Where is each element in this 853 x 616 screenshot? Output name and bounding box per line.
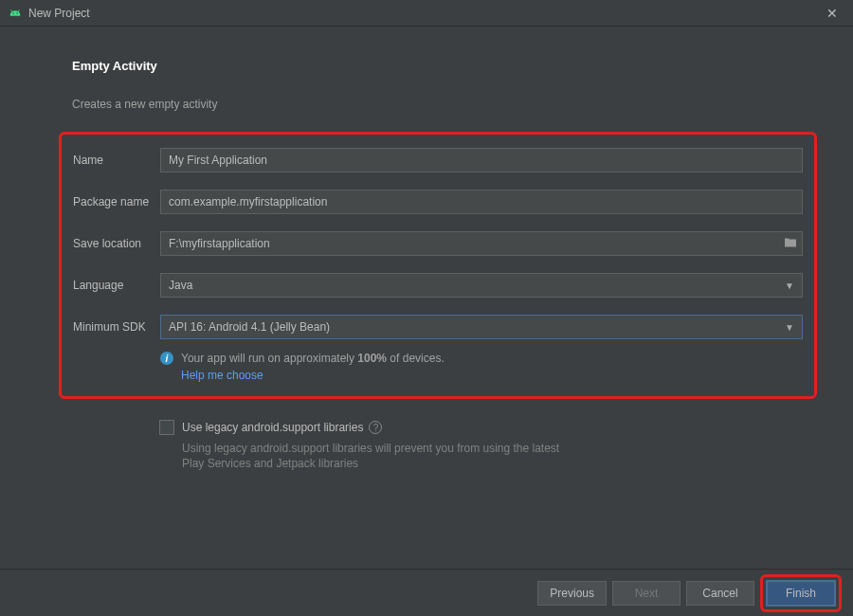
- legacy-support-checkbox[interactable]: [159, 420, 174, 435]
- help-me-choose-link[interactable]: Help me choose: [181, 368, 445, 383]
- legacy-support-label: Use legacy android.support libraries: [182, 421, 363, 434]
- help-icon[interactable]: ?: [369, 421, 382, 434]
- legacy-hint-text: Using legacy android.support libraries w…: [182, 441, 580, 471]
- label-minimum-sdk: Minimum SDK: [73, 320, 160, 334]
- language-select[interactable]: Java ▼: [160, 273, 803, 298]
- content-area: Empty Activity Creates a new empty activ…: [0, 27, 853, 480]
- chevron-down-icon: ▼: [785, 281, 794, 291]
- label-name: Name: [73, 154, 160, 167]
- cancel-button[interactable]: Cancel: [686, 581, 754, 606]
- minimum-sdk-value: API 16: Android 4.1 (Jelly Bean): [169, 320, 330, 334]
- row-save-location: Save location: [73, 231, 803, 256]
- finish-button[interactable]: Finish: [767, 581, 835, 606]
- row-language: Language Java ▼: [73, 273, 803, 298]
- page-title: Empty Activity: [72, 59, 796, 73]
- language-select-value: Java: [169, 279, 192, 292]
- form-highlight: Name Package name Save location Language…: [59, 132, 817, 399]
- titlebar: New Project ✕: [0, 0, 853, 27]
- browse-folder-icon[interactable]: [784, 237, 797, 251]
- window-title: New Project: [28, 7, 819, 20]
- label-language: Language: [73, 279, 160, 292]
- chevron-down-icon: ▼: [785, 322, 794, 333]
- previous-button[interactable]: Previous: [537, 581, 607, 606]
- minimum-sdk-select[interactable]: API 16: Android 4.1 (Jelly Bean) ▼: [160, 315, 803, 339]
- footer: Previous Next Cancel Finish: [0, 569, 853, 616]
- save-location-field[interactable]: [160, 231, 803, 256]
- info-icon: i: [160, 352, 173, 365]
- android-icon: [8, 6, 23, 21]
- label-package: Package name: [73, 195, 160, 208]
- package-name-field[interactable]: [160, 190, 803, 214]
- legacy-row: Use legacy android.support libraries ?: [159, 420, 796, 435]
- page-subtitle: Creates a new empty activity: [72, 98, 796, 111]
- finish-highlight: Finish: [760, 574, 842, 612]
- sdk-info-text: Your app will run on approximately 100% …: [181, 351, 445, 383]
- label-save-location: Save location: [73, 237, 160, 250]
- sdk-info-row: i Your app will run on approximately 100…: [160, 351, 803, 383]
- sdk-info-prefix: Your app will run on approximately: [181, 352, 357, 365]
- row-name: Name: [73, 148, 803, 172]
- row-minimum-sdk: Minimum SDK API 16: Android 4.1 (Jelly B…: [73, 315, 803, 339]
- name-field[interactable]: [160, 148, 803, 172]
- next-button: Next: [612, 581, 681, 606]
- sdk-info-percent: 100%: [357, 352, 387, 365]
- row-package: Package name: [73, 190, 803, 214]
- close-icon[interactable]: ✕: [819, 6, 845, 21]
- sdk-info-suffix: of devices.: [387, 352, 445, 365]
